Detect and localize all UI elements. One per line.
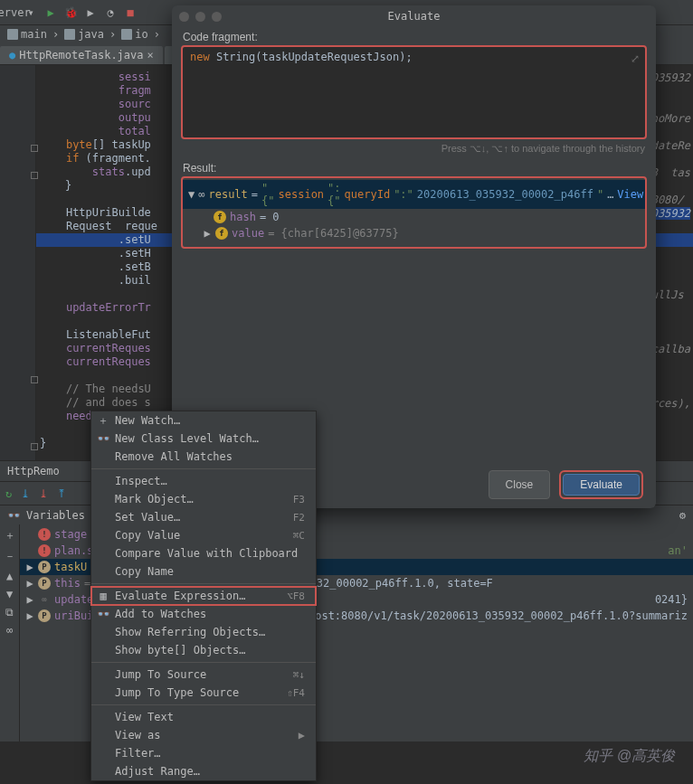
dropdown[interactable]: server <box>4 5 18 20</box>
plus-icon: ＋ <box>97 413 109 429</box>
rerun-icon[interactable]: ↻ <box>5 487 12 500</box>
menu-copy-value[interactable]: Copy Value⌘C <box>91 526 316 544</box>
up-icon[interactable]: ▲ <box>6 570 13 582</box>
stop-icon[interactable]: ■ <box>123 5 138 20</box>
crumb-io[interactable]: io <box>121 28 147 41</box>
menu-jump-source[interactable]: Jump To Source⌘↓ <box>91 666 316 684</box>
hammer-icon[interactable]: ▾ <box>24 5 38 20</box>
crumb-java[interactable]: java <box>64 28 104 41</box>
error-icon: ! <box>38 528 51 541</box>
link-icon[interactable]: ∞ <box>6 624 13 637</box>
fold-icon[interactable] <box>31 443 38 450</box>
folder-icon <box>64 29 75 40</box>
result-hash-row[interactable]: f hash = 0 <box>183 209 645 225</box>
code-fragment-label: Code fragment: <box>172 27 656 45</box>
menu-adjust-range[interactable]: Adjust Range… <box>91 762 316 780</box>
menu-remove-watches[interactable]: Remove All Watches <box>91 448 316 466</box>
remove-icon[interactable]: － <box>5 549 15 564</box>
fold-icon[interactable] <box>31 145 38 152</box>
menu-show-referring[interactable]: Show Referring Objects… <box>91 623 316 641</box>
param-icon: P <box>38 609 51 622</box>
debug-tab-label[interactable]: HttpRemo <box>7 465 60 477</box>
glasses-icon: 👓 <box>97 432 109 445</box>
menu-view-as[interactable]: View as▶ <box>91 726 316 744</box>
field-icon: f <box>214 211 226 223</box>
menu-evaluate-expression[interactable]: ▦Evaluate Expression…⌥F8 <box>91 587 316 605</box>
debug-icon[interactable]: 🐞 <box>63 5 78 20</box>
run-icon[interactable]: ▶ <box>43 5 58 20</box>
stop-icon[interactable]: ⤓ <box>39 487 48 500</box>
dialog-title: Evaluate <box>388 10 441 23</box>
menu-show-byte[interactable]: Show byte[] Objects… <box>91 641 316 659</box>
tab-http-remote[interactable]: ● HttpRemoteTask.java × <box>0 46 163 64</box>
history-hint: Press ⌥↓, ⌥↑ to navigate through the his… <box>172 139 656 158</box>
expand-icon[interactable]: ⤢ <box>631 52 640 65</box>
close-button[interactable]: Close <box>489 470 551 499</box>
folder-icon <box>121 29 132 40</box>
link-icon: ∞ <box>198 188 204 201</box>
menu-new-watch[interactable]: ＋New Watch… <box>91 411 316 430</box>
menu-compare-value[interactable]: Compare Value with Clipboard <box>91 544 316 562</box>
vars-gutter: ＋ － ▲ ▼ ⧉ ∞ <box>0 524 20 741</box>
fold-icon[interactable] <box>31 172 38 179</box>
menu-jump-type-source[interactable]: Jump To Type Source⇧F4 <box>91 684 316 702</box>
calculator-icon: ▦ <box>97 590 109 602</box>
code-fragment-input[interactable]: new String(taskUpdateRequestJson); ⤢ <box>181 45 647 139</box>
gutter <box>0 65 36 460</box>
param-icon: P <box>38 577 51 590</box>
settings-icon[interactable]: ⚙ <box>679 509 686 522</box>
fold-icon[interactable] <box>31 376 38 383</box>
menu-view-text[interactable]: View Text <box>91 708 316 726</box>
window-controls[interactable] <box>179 12 222 22</box>
evaluate-button[interactable]: Evaluate <box>563 474 640 496</box>
field-icon: f <box>215 227 228 240</box>
watermark: 知乎 @高英俊 <box>584 747 675 766</box>
folder-icon <box>7 29 18 40</box>
copy-icon[interactable]: ⧉ <box>5 606 14 619</box>
dialog-titlebar[interactable]: Evaluate <box>172 5 656 27</box>
step-into-icon[interactable]: ⤒ <box>57 487 66 500</box>
menu-new-class-watch[interactable]: 👓New Class Level Watch… <box>91 430 316 448</box>
close-icon[interactable]: × <box>147 49 154 61</box>
result-value-row[interactable]: ▶ f value = {char[6425]@63775} <box>183 225 645 241</box>
add-icon[interactable]: ＋ <box>5 528 15 543</box>
twisty-closed-icon[interactable]: ▶ <box>203 227 212 240</box>
param-icon: P <box>38 561 51 573</box>
glasses-icon: 👓 <box>7 509 21 522</box>
menu-set-value[interactable]: Set Value…F2 <box>91 508 316 526</box>
coverage-icon[interactable]: ▶ <box>83 5 98 20</box>
profile-icon[interactable]: ◔ <box>103 5 118 20</box>
result-label: Result: <box>172 158 656 176</box>
down-icon[interactable]: ▼ <box>6 588 13 600</box>
step-over-icon[interactable]: ⤓ <box>21 487 30 500</box>
crumb-main[interactable]: main <box>7 28 47 41</box>
java-icon: ● <box>9 49 15 61</box>
menu-mark-object[interactable]: Mark Object…F3 <box>91 490 316 508</box>
menu-filter[interactable]: Filter… <box>91 744 316 762</box>
view-link[interactable]: View <box>617 188 643 201</box>
menu-copy-name[interactable]: Copy Name <box>91 562 316 581</box>
context-menu: ＋New Watch… 👓New Class Level Watch… Remo… <box>90 411 317 781</box>
result-root-row[interactable]: ▼ ∞ result = "{"session":{"queryId":"202… <box>183 180 645 209</box>
error-icon: ! <box>38 544 51 557</box>
result-tree[interactable]: ▼ ∞ result = "{"session":{"queryId":"202… <box>181 176 647 249</box>
menu-inspect[interactable]: Inspect… <box>91 472 316 490</box>
menu-add-to-watches[interactable]: 👓Add to Watches <box>91 605 316 623</box>
glasses-icon: 👓 <box>97 608 109 620</box>
twisty-open-icon[interactable]: ▼ <box>188 188 195 201</box>
link-icon: ∞ <box>38 593 51 606</box>
